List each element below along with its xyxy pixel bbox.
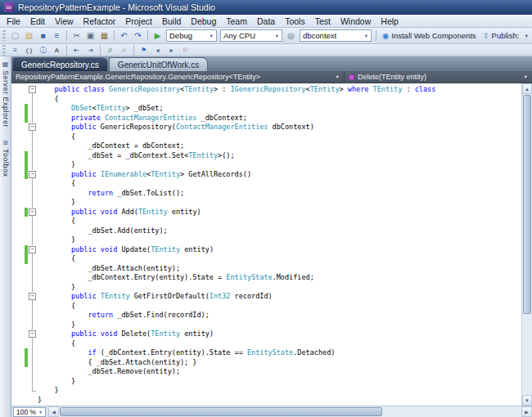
code-text[interactable]: DbSet<TEntity> _dbSet; [38,104,164,114]
code-text[interactable]: private ContactManagerEntities _dbContex… [38,114,247,123]
menu-view[interactable]: View [50,16,79,27]
code-line[interactable]: { [11,217,532,226]
code-line[interactable]: { [11,254,532,264]
code-text[interactable]: _dbSet = _dbContext.Set<TEntity>(); [38,151,235,161]
code-text[interactable]: if (_dbContext.Entry(entity).State == En… [38,348,335,358]
code-text[interactable]: _dbSet.Remove(entity); [38,367,180,377]
fold-margin[interactable]: − [28,208,38,217]
code-line[interactable]: _dbSet.Add(entity); [11,226,532,236]
indicator-margin[interactable] [11,283,25,293]
indicator-margin[interactable] [11,179,25,189]
collapse-region-icon[interactable]: − [29,246,36,253]
next-bookmark-icon[interactable]: ▸ [165,45,178,55]
indicator-margin[interactable] [11,95,25,105]
indicator-margin[interactable] [11,170,25,180]
menu-data[interactable]: Data [252,16,280,27]
indicator-margin[interactable] [11,85,25,95]
fold-margin[interactable]: − [28,170,38,180]
code-text[interactable]: } [38,160,75,170]
fold-margin[interactable]: − [28,245,38,255]
code-text[interactable]: public class GenericRepository<TEntity> … [38,85,435,95]
open-file-icon[interactable]: ▤ [22,29,36,42]
solution-configurations-combo[interactable]: Debug▼ [166,29,217,42]
code-text[interactable]: { [38,339,75,349]
fold-margin[interactable]: − [28,292,38,302]
code-text[interactable]: { [38,132,75,142]
code-text[interactable]: _dbSet.Add(entity); [38,226,168,236]
toggle-bookmark-icon[interactable]: ⚑ [137,45,151,55]
code-text[interactable]: _dbContext.Entry(entity).State = EntityS… [38,273,314,283]
panel-tab-server-explorer[interactable]: ▦Server Explorer [2,61,10,128]
indicator-margin[interactable] [11,160,25,170]
code-line[interactable]: } [11,386,532,396]
code-text[interactable]: public void Delete(TEntity entity) [38,330,214,339]
indicator-margin[interactable] [11,226,25,236]
collapse-region-icon[interactable]: − [29,171,36,178]
vertical-scroll-thumb[interactable] [523,95,531,314]
collapse-region-icon[interactable]: − [29,330,36,338]
indicator-margin[interactable] [11,132,25,142]
code-line[interactable]: return _dbSet.ToList(); [11,189,532,199]
fold-margin[interactable]: − [28,85,38,95]
indicator-margin[interactable] [11,217,25,226]
tab-genericunitofwork-cs[interactable]: GenericUnitOfWork.cs [109,57,208,71]
code-line[interactable]: − public void Update(TEntity entity) [11,245,532,255]
code-line[interactable]: } [11,377,532,387]
indicator-margin[interactable] [11,273,25,283]
save-icon[interactable]: ■ [36,29,50,42]
indicator-margin[interactable] [11,339,25,349]
scroll-left-icon[interactable]: ◀ [48,406,59,417]
clear-bookmarks-icon[interactable]: ⚐ [178,45,192,55]
code-line[interactable]: − public void Add(TEntity entity) [11,208,532,217]
indicator-margin[interactable] [11,123,25,132]
panel-tab-toolbox[interactable]: ⊞Toolbox [2,139,10,177]
vertical-scrollbar[interactable]: ▲ ▼ [521,83,532,406]
indicator-margin[interactable] [11,330,25,339]
horizontal-scrollbar[interactable]: ◀ ▶ [48,406,532,417]
collapse-region-icon[interactable]: − [29,208,36,216]
code-text[interactable]: return _dbSet.ToList(); [38,189,184,199]
code-text[interactable]: public void Update(TEntity entity) [38,245,214,255]
display-member-list-icon[interactable]: ≡ [8,45,22,55]
code-line[interactable]: { _dbSet.Attach(entity); } [11,358,532,368]
indicator-margin[interactable] [11,114,25,123]
collapse-region-icon[interactable]: − [29,123,36,131]
indicator-margin[interactable] [11,396,25,406]
code-line[interactable]: } [11,198,532,208]
fold-margin[interactable]: − [28,123,38,132]
indicator-margin[interactable] [11,321,25,330]
code-line[interactable]: − public GenericRepository(ContactManage… [11,123,532,132]
tab-genericrepository-cs[interactable]: GenericRepository.cs [12,57,108,71]
start-debug-icon[interactable]: ▶ [151,29,165,42]
menu-debug[interactable]: Debug [186,16,221,27]
code-line[interactable]: _dbSet.Remove(entity); [11,367,532,377]
collapse-region-icon[interactable]: − [29,86,36,93]
paste-icon[interactable]: ▦ [97,29,111,42]
code-text[interactable]: { _dbSet.Attach(entity); } [38,358,196,368]
code-text[interactable]: } [38,396,42,406]
indicator-margin[interactable] [11,189,25,199]
code-line[interactable]: { [11,179,532,189]
code-line[interactable]: _dbSet = _dbContext.Set<TEntity>(); [11,151,532,161]
horizontal-scroll-thumb[interactable] [60,407,382,416]
find-combo[interactable]: dbcontext▼ [300,29,372,42]
indicator-margin[interactable] [11,348,25,358]
code-line[interactable]: DbSet<TEntity> _dbSet; [11,104,532,114]
code-line[interactable]: { [11,302,532,312]
redo-icon[interactable]: ↷ [131,29,145,42]
code-text[interactable]: } [38,198,75,208]
code-line[interactable]: if (_dbContext.Entry(entity).State == En… [11,348,532,358]
indicator-margin[interactable] [11,264,25,274]
install-web-components-button[interactable]: ◉Install Web Components [379,31,480,40]
indicator-margin[interactable] [11,302,25,312]
uncomment-selection-icon[interactable]: // [117,45,131,55]
display-word-completion-icon[interactable]: A [50,45,64,55]
code-line[interactable]: } [11,321,532,330]
code-text[interactable]: { [38,254,75,264]
indicator-margin[interactable] [11,245,25,255]
code-text[interactable]: _dbContext = dbContext; [38,141,184,151]
code-line[interactable]: } [11,283,532,293]
zoom-control[interactable]: 100 % ▼ [13,407,46,417]
display-parameter-info-icon[interactable]: ( ) [22,45,36,55]
horizontal-scroll-track[interactable] [60,407,521,416]
